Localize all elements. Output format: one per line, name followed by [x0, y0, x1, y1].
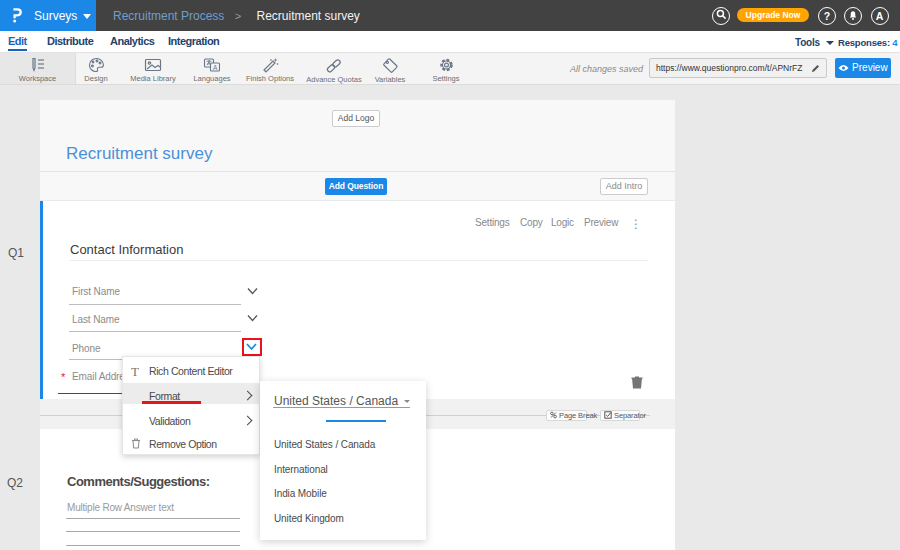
svg-text:A: A	[213, 64, 218, 71]
